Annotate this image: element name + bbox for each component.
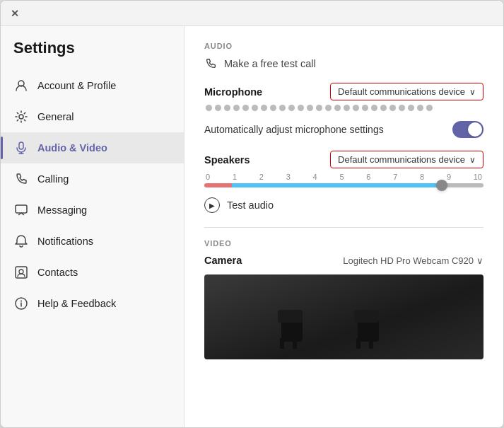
auto-adjust-label: Automatically adjust microphone settings — [204, 124, 384, 135]
phone-icon — [13, 171, 29, 187]
svg-rect-14 — [293, 338, 297, 349]
microphone-level-indicator — [204, 105, 484, 111]
mic-dot-25 — [426, 105, 433, 111]
close-button[interactable]: ✕ — [9, 8, 20, 19]
mic-dot-15 — [334, 105, 341, 111]
sidebar-item-messaging[interactable]: Messaging — [1, 195, 184, 226]
sidebar-item-notifications[interactable]: Notifications — [1, 226, 184, 257]
sidebar-item-contacts-label: Contacts — [37, 267, 78, 278]
test-call-row[interactable]: Make a free test call — [204, 57, 484, 70]
mic-dot-10 — [288, 105, 295, 111]
titlebar: ✕ — [1, 1, 503, 26]
camera-preview-inner — [204, 274, 484, 359]
sidebar-item-contacts[interactable]: Contacts — [1, 257, 184, 288]
microphone-setting-row: Microphone Default communications device… — [204, 83, 484, 100]
sidebar-item-account-label: Account & Profile — [37, 80, 116, 91]
camera-dropdown[interactable]: Logitech HD Pro Webcam C920 ∨ — [343, 255, 484, 266]
mic-dot-16 — [344, 105, 350, 111]
svg-rect-5 — [16, 205, 27, 213]
speaker-slider-thumb[interactable] — [436, 180, 447, 191]
auto-adjust-row: Automatically adjust microphone settings — [204, 121, 484, 138]
sidebar: Settings Account & Profile Ge — [1, 26, 184, 427]
mic-dot-11 — [298, 105, 304, 111]
play-icon: ▶ — [204, 197, 220, 213]
mic-dot-21 — [389, 105, 396, 111]
chat-icon — [13, 202, 29, 218]
mic-dot-6 — [252, 105, 258, 111]
svg-rect-13 — [280, 338, 284, 349]
bell-icon — [13, 233, 29, 249]
mic-dot-13 — [316, 105, 322, 111]
mic-dot-14 — [325, 105, 332, 111]
mic-dot-24 — [417, 105, 423, 111]
sidebar-item-general[interactable]: General — [1, 101, 184, 132]
camera-chevron-icon: ∨ — [476, 255, 484, 266]
mic-dot-5 — [242, 105, 249, 111]
auto-adjust-toggle[interactable] — [452, 121, 484, 138]
speaker-volume-slider[interactable]: 0 1 2 3 4 5 6 7 8 9 10 — [204, 173, 484, 187]
video-section-label: VIDEO — [204, 227, 484, 248]
sidebar-item-notifications-label: Notifications — [37, 236, 93, 247]
svg-point-10 — [20, 301, 22, 302]
microphone-dropdown[interactable]: Default communications device ∨ — [330, 83, 484, 100]
mic-dot-18 — [362, 105, 368, 111]
info-icon — [13, 296, 29, 311]
speakers-label: Speakers — [204, 154, 282, 166]
toggle-knob — [468, 122, 482, 137]
chair-right-silhouette — [351, 296, 414, 352]
contacts-icon — [13, 265, 29, 280]
mic-dot-4 — [233, 105, 240, 111]
svg-rect-16 — [354, 310, 379, 323]
sidebar-item-audio-video[interactable]: Audio & Video — [1, 132, 184, 163]
sidebar-item-help[interactable]: Help & Feedback — [1, 288, 184, 319]
speakers-device-value: Default communications device — [338, 154, 465, 165]
sidebar-item-help-label: Help & Feedback — [37, 298, 116, 309]
sidebar-item-audio-video-label: Audio & Video — [37, 142, 107, 154]
mic-dot-9 — [279, 105, 286, 111]
sidebar-item-calling[interactable]: Calling — [1, 163, 184, 195]
mic-dot-2 — [215, 105, 221, 111]
content-area: Settings Account & Profile Ge — [1, 26, 503, 427]
test-call-phone-icon — [204, 57, 217, 70]
svg-rect-17 — [356, 338, 361, 349]
mic-dot-23 — [408, 105, 414, 111]
mic-dot-12 — [307, 105, 313, 111]
sidebar-item-general-label: General — [37, 111, 74, 122]
camera-row: Camera Logitech HD Pro Webcam C920 ∨ — [204, 255, 484, 266]
svg-point-7 — [19, 270, 23, 274]
sidebar-item-account[interactable]: Account & Profile — [1, 70, 184, 101]
sidebar-item-messaging-label: Messaging — [37, 204, 87, 216]
mic-dot-3 — [224, 105, 230, 111]
speaker-slider-track[interactable] — [204, 183, 484, 187]
sidebar-title: Settings — [1, 39, 184, 70]
sidebar-item-calling-label: Calling — [37, 173, 69, 185]
svg-rect-2 — [19, 142, 23, 149]
mic-dot-7 — [261, 105, 267, 111]
speakers-setting-row: Speakers Default communications device ∨ — [204, 151, 484, 168]
test-call-label: Make a free test call — [224, 58, 316, 69]
test-audio-row[interactable]: ▶ Test audio — [204, 197, 484, 213]
camera-label: Camera — [204, 255, 242, 266]
mic-dot-19 — [371, 105, 377, 111]
gear-icon — [13, 109, 29, 125]
test-audio-label: Test audio — [227, 199, 274, 211]
person-icon — [13, 78, 29, 93]
mic-dot-17 — [353, 105, 359, 111]
settings-window: ✕ Settings Account & Profile — [0, 0, 504, 428]
mic-dot-20 — [380, 105, 387, 111]
speakers-chevron-icon: ∨ — [469, 155, 476, 165]
speakers-dropdown[interactable]: Default communications device ∨ — [330, 151, 484, 168]
mic-dot-8 — [270, 105, 276, 111]
svg-rect-12 — [278, 310, 303, 323]
microphone-chevron-icon: ∨ — [469, 87, 476, 97]
mic-dot-1 — [206, 105, 212, 111]
svg-point-1 — [19, 115, 23, 119]
microphone-device-value: Default communications device — [338, 86, 465, 97]
main-panel: AUDIO Make a free test call Microphone D… — [184, 26, 503, 427]
audio-section-label: AUDIO — [204, 42, 484, 50]
microphone-label: Microphone — [204, 86, 282, 98]
chair-left-silhouette — [274, 296, 338, 352]
camera-preview — [204, 274, 484, 359]
svg-rect-18 — [369, 338, 373, 349]
mic-dot-22 — [399, 105, 405, 111]
